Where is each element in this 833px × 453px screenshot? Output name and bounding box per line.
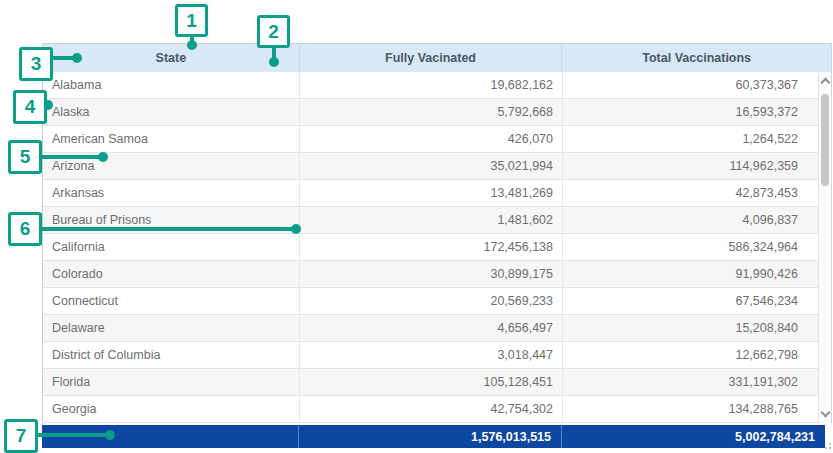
cell-fully: 13,481,269 — [300, 180, 563, 206]
cell-state: Florida — [43, 369, 300, 395]
cell-fully: 20,569,233 — [300, 288, 563, 314]
scroll-up-icon[interactable] — [821, 78, 831, 88]
table-row[interactable]: Arkansas 13,481,269 42,873,453 — [43, 180, 831, 207]
cell-state: Delaware — [43, 315, 300, 341]
callout-1-dot — [187, 40, 197, 50]
callout-3-dot — [72, 53, 82, 63]
callout-7-line — [37, 433, 107, 437]
cell-total: 331,191,302 — [563, 369, 807, 395]
callout-7-marker: 7 — [4, 419, 38, 453]
callout-7-dot — [105, 430, 115, 440]
table-widget: State Fully Vacinated Total Vaccinations… — [42, 43, 832, 423]
summary-fully-total: 1,576,013,515 — [299, 425, 562, 448]
cell-total: 91,990,426 — [563, 261, 807, 287]
column-header-total-vaccinations[interactable]: Total Vaccinations — [562, 44, 831, 72]
callout-6-marker: 6 — [8, 212, 42, 246]
resize-grip-icon[interactable] — [829, 447, 831, 449]
cell-state: American Samoa — [43, 126, 300, 152]
cell-total: 4,096,837 — [563, 207, 807, 233]
scroll-down-icon[interactable] — [821, 408, 831, 418]
table-row[interactable]: Alabama 19,682,162 60,373,367 — [43, 72, 831, 99]
callout-1-marker: 1 — [175, 4, 208, 37]
cell-fully: 4,656,497 — [300, 315, 563, 341]
cell-total: 67,546,234 — [563, 288, 807, 314]
table-row[interactable]: Arizona 35,021,994 114,962,359 — [43, 153, 831, 180]
cell-fully: 426,070 — [300, 126, 563, 152]
cell-state: Alabama — [43, 72, 300, 98]
cell-total: 114,962,359 — [563, 153, 807, 179]
cell-state: Arkansas — [43, 180, 300, 206]
table-row[interactable]: District of Columbia 3,018,447 12,662,79… — [43, 342, 831, 369]
callout-2-marker: 2 — [257, 15, 290, 48]
cell-total: 42,873,453 — [563, 180, 807, 206]
cell-state: California — [43, 234, 300, 260]
annotated-table-screenshot: State Fully Vacinated Total Vaccinations… — [0, 0, 833, 453]
cell-total: 60,373,367 — [563, 72, 807, 98]
cell-fully: 5,792,668 — [300, 99, 563, 125]
vertical-scrollbar[interactable] — [818, 72, 831, 423]
table-body: Alabama 19,682,162 60,373,367 Alaska 5,7… — [43, 72, 831, 423]
table-row[interactable]: Delaware 4,656,497 15,208,840 — [43, 315, 831, 342]
cell-fully: 105,128,451 — [300, 369, 563, 395]
cell-state: Connecticut — [43, 288, 300, 314]
summary-row: 1,576,013,515 5,002,784,231 — [42, 425, 825, 448]
callout-6-line — [41, 227, 294, 231]
cell-total: 1,264,522 — [563, 126, 807, 152]
cell-total: 15,208,840 — [563, 315, 807, 341]
table-row[interactable]: Georgia 42,754,302 134,288,765 — [43, 396, 831, 423]
callout-5-marker: 5 — [8, 140, 42, 174]
table-row[interactable]: Alaska 5,792,668 16,593,372 — [43, 99, 831, 126]
summary-vaccinations-total: 5,002,784,231 — [562, 425, 825, 448]
cell-state: Alaska — [43, 99, 300, 125]
cell-fully: 1,481,602 — [300, 207, 563, 233]
callout-3-marker: 3 — [19, 47, 53, 81]
cell-total: 586,324,964 — [563, 234, 807, 260]
cell-state: Georgia — [43, 396, 300, 422]
cell-fully: 42,754,302 — [300, 396, 563, 422]
callout-3-line — [52, 56, 74, 60]
cell-fully: 3,018,447 — [300, 342, 563, 368]
cell-state: District of Columbia — [43, 342, 300, 368]
cell-total: 16,593,372 — [563, 99, 807, 125]
cell-fully: 30,899,175 — [300, 261, 563, 287]
table-row[interactable]: Florida 105,128,451 331,191,302 — [43, 369, 831, 396]
cell-fully: 172,456,138 — [300, 234, 563, 260]
callout-6-dot — [291, 224, 301, 234]
cell-fully: 19,682,162 — [300, 72, 563, 98]
cell-total: 12,662,798 — [563, 342, 807, 368]
callout-5-dot — [98, 152, 108, 162]
callout-2-dot — [269, 57, 279, 67]
cell-fully: 35,021,994 — [300, 153, 563, 179]
scrollbar-thumb[interactable] — [821, 94, 829, 186]
table-row[interactable]: Connecticut 20,569,233 67,546,234 — [43, 288, 831, 315]
table-row[interactable]: American Samoa 426,070 1,264,522 — [43, 126, 831, 153]
callout-4-marker: 4 — [13, 90, 47, 124]
cell-state: Colorado — [43, 261, 300, 287]
column-header-fully-vacinated[interactable]: Fully Vacinated — [300, 44, 563, 72]
table-row[interactable]: California 172,456,138 586,324,964 — [43, 234, 831, 261]
callout-5-line — [41, 155, 101, 159]
table-row[interactable]: Colorado 30,899,175 91,990,426 — [43, 261, 831, 288]
cell-total: 134,288,765 — [563, 396, 807, 422]
table-header-row: State Fully Vacinated Total Vaccinations — [43, 44, 831, 72]
